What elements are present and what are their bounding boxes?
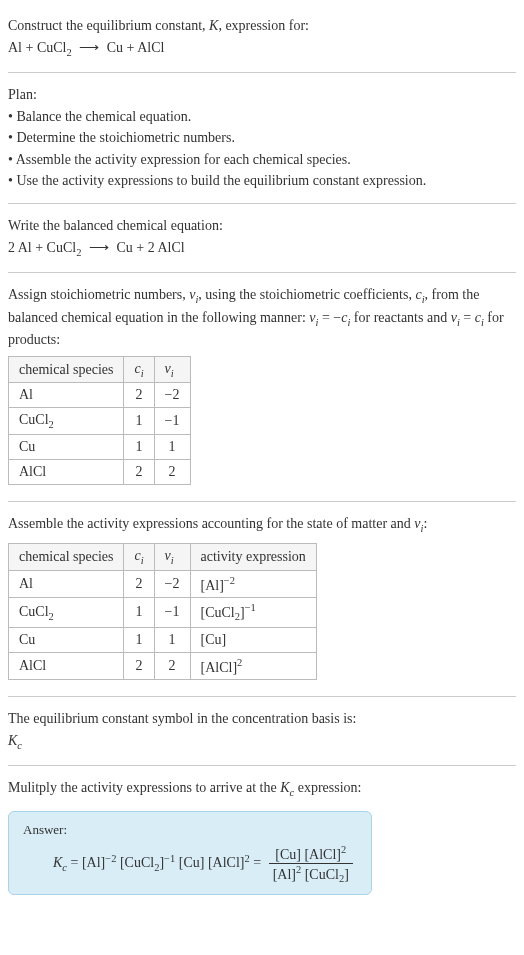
term: [CuCl xyxy=(301,866,339,881)
text: Assemble the activity expressions accoun… xyxy=(8,516,414,531)
activity-cell: [AlCl]2 xyxy=(190,652,316,680)
rhs: Cu + 2 AlCl xyxy=(116,240,184,255)
activity-table: chemical species ci νi activity expressi… xyxy=(8,543,317,681)
plan-section: Plan: • Balance the chemical equation. •… xyxy=(8,77,516,199)
nui-cell: 1 xyxy=(154,627,190,652)
reaction-arrow-icon: ⟶ xyxy=(85,240,113,255)
exponent: −1 xyxy=(245,602,256,613)
table-row: AlCl 2 2 [AlCl]2 xyxy=(9,652,317,680)
plan-title: Plan: xyxy=(8,85,516,105)
activity-text: Assemble the activity expressions accoun… xyxy=(8,514,516,536)
table-header-row: chemical species ci νi xyxy=(9,356,191,383)
divider xyxy=(8,501,516,502)
subscript: 2 xyxy=(66,46,71,57)
problem-statement: Construct the equilibrium constant, K, e… xyxy=(8,8,516,68)
K-symbol: K xyxy=(280,780,289,795)
text: expression: xyxy=(294,780,361,795)
ci-cell: 1 xyxy=(124,598,154,627)
exponent: 2 xyxy=(341,844,346,855)
Kc-symbol: Kc xyxy=(8,731,516,753)
numerator: [Cu] [AlCl]2 xyxy=(269,844,353,864)
text: Construct the equilibrium constant, xyxy=(8,18,209,33)
text: CuCl xyxy=(19,412,49,427)
activity-cell: [CuCl2]−1 xyxy=(190,598,316,627)
K-symbol: K xyxy=(8,733,17,748)
term: [CuCl xyxy=(116,855,154,870)
text: Assign stoichiometric numbers, xyxy=(8,287,189,302)
divider xyxy=(8,765,516,766)
balanced-title: Write the balanced chemical equation: xyxy=(8,216,516,236)
concentration-section: The equilibrium constant symbol in the c… xyxy=(8,701,516,761)
exponent: 2 xyxy=(237,657,242,668)
divider xyxy=(8,72,516,73)
plan-bullet: • Assemble the activity expression for e… xyxy=(8,150,516,170)
term: [Al] xyxy=(273,866,296,881)
nui-cell: −2 xyxy=(154,383,190,408)
text: : xyxy=(423,516,427,531)
header-activity: activity expression xyxy=(190,543,316,570)
nui-cell: 1 xyxy=(154,435,190,460)
K-symbol: K xyxy=(209,18,218,33)
nui-cell: −2 xyxy=(154,570,190,598)
exponent: −2 xyxy=(224,575,235,586)
species-cell: Al xyxy=(9,383,124,408)
equals: = xyxy=(67,855,82,870)
subscript: i xyxy=(141,367,144,378)
ci-cell: 2 xyxy=(124,460,154,485)
table-header-row: chemical species ci νi activity expressi… xyxy=(9,543,317,570)
lhs: Al + CuCl xyxy=(8,40,66,55)
ci-cell: 2 xyxy=(124,652,154,680)
ci-cell: 2 xyxy=(124,383,154,408)
subscript: i xyxy=(141,555,144,566)
exponent: −1 xyxy=(164,853,175,864)
text: [AlCl] xyxy=(201,659,238,674)
term: ] xyxy=(344,866,349,881)
subscript: 2 xyxy=(49,610,54,621)
subscript: 2 xyxy=(76,246,81,257)
header-nui: νi xyxy=(154,356,190,383)
reaction-arrow-icon: ⟶ xyxy=(75,40,103,55)
plan-bullet: • Balance the chemical equation. xyxy=(8,107,516,127)
concentration-text: The equilibrium constant symbol in the c… xyxy=(8,709,516,729)
activity-cell: [Al]−2 xyxy=(190,570,316,598)
construct-line: Construct the equilibrium constant, K, e… xyxy=(8,16,516,36)
subscript: i xyxy=(171,367,174,378)
ci-cell: 2 xyxy=(124,570,154,598)
denominator: [Al]2 [CuCl2] xyxy=(269,864,353,884)
stoichiometric-table: chemical species ci νi Al 2 −2 CuCl2 1 −… xyxy=(8,356,191,486)
exponent: −2 xyxy=(105,853,116,864)
nui-cell: 2 xyxy=(154,652,190,680)
header-ci: ci xyxy=(124,543,154,570)
K-symbol: K xyxy=(53,855,62,870)
unbalanced-equation: Al + CuCl2 ⟶ Cu + AlCl xyxy=(8,38,516,60)
text: [Al] xyxy=(201,577,224,592)
table-row: Al 2 −2 xyxy=(9,383,191,408)
text: for reactants and xyxy=(350,310,450,325)
divider xyxy=(8,272,516,273)
nui-cell: −1 xyxy=(154,598,190,627)
header-ci: ci xyxy=(124,356,154,383)
text: = xyxy=(460,310,475,325)
balanced-section: Write the balanced chemical equation: 2 … xyxy=(8,208,516,268)
ci-cell: 1 xyxy=(124,627,154,652)
text: = − xyxy=(318,310,341,325)
species-cell: CuCl2 xyxy=(9,408,124,435)
subscript: 2 xyxy=(49,419,54,430)
text: , using the stoichiometric coefficients, xyxy=(198,287,415,302)
answer-equation: Kc = [Al]−2 [CuCl2]−1 [Cu] [AlCl]2 = [Cu… xyxy=(23,844,357,884)
table-row: AlCl 2 2 xyxy=(9,460,191,485)
header-species: chemical species xyxy=(9,543,124,570)
species-cell: AlCl xyxy=(9,460,124,485)
species-cell: CuCl2 xyxy=(9,598,124,627)
answer-box: Answer: Kc = [Al]−2 [CuCl2]−1 [Cu] [AlCl… xyxy=(8,811,372,895)
header-species: chemical species xyxy=(9,356,124,383)
lhs: 2 Al + CuCl xyxy=(8,240,76,255)
table-row: Cu 1 1 [Cu] xyxy=(9,627,317,652)
divider xyxy=(8,696,516,697)
term: [Al] xyxy=(82,855,105,870)
term: [Cu] [AlCl] xyxy=(275,847,341,862)
answer-label: Answer: xyxy=(23,822,357,838)
nui-cell: −1 xyxy=(154,408,190,435)
plan-bullet: • Use the activity expressions to build … xyxy=(8,171,516,191)
subscript: i xyxy=(171,555,174,566)
